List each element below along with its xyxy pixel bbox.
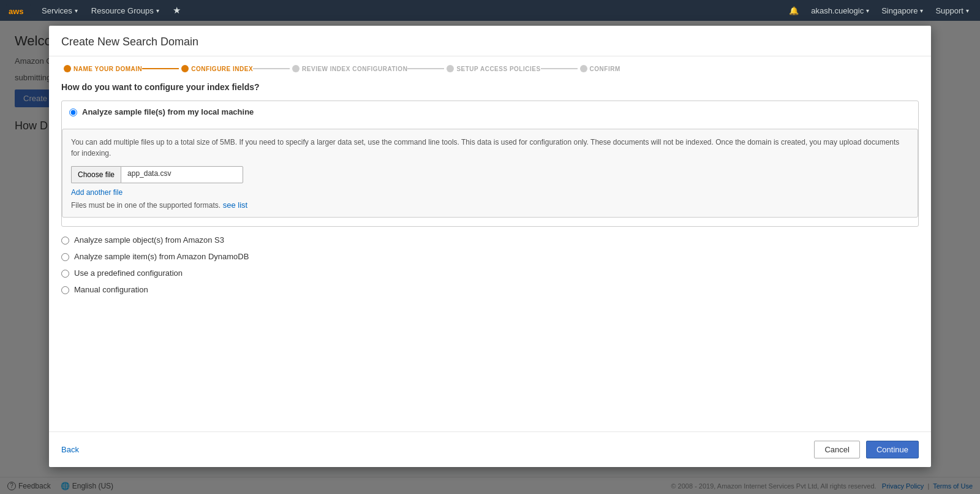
- support-chevron-icon: ▾: [966, 7, 969, 14]
- step-line-2: [253, 68, 290, 69]
- step-3-dot: [292, 65, 300, 72]
- step-4-dot: [447, 65, 454, 72]
- support-menu[interactable]: Support ▾: [930, 0, 974, 21]
- top-nav: aws Services ▾ Resource Groups ▾ ★ 🔔 aka…: [0, 0, 980, 21]
- back-button[interactable]: Back: [61, 445, 79, 454]
- choose-file-button[interactable]: Choose file: [71, 166, 121, 183]
- formats-note: Files must be in one of the supported fo…: [71, 201, 221, 210]
- file-input-row: Choose file app_data.csv: [71, 166, 909, 183]
- option-2-radio[interactable]: [61, 237, 69, 245]
- step-1: NAME YOUR DOMAIN: [61, 65, 142, 72]
- continue-button[interactable]: Continue: [866, 441, 919, 458]
- aws-logo: aws: [6, 4, 28, 17]
- modal-title: Create New Search Domain: [61, 36, 919, 48]
- option-4-label[interactable]: Use a predefined configuration: [74, 268, 183, 278]
- step-line-4: [541, 68, 578, 69]
- resource-groups-menu[interactable]: Resource Groups ▾: [86, 0, 164, 21]
- option-1-row: Analyze sample file(s) from my local mac…: [62, 101, 918, 121]
- footer-right: Cancel Continue: [814, 441, 919, 458]
- step-2-dot: [181, 65, 189, 72]
- region-label: Singapore: [881, 6, 918, 15]
- step-5-label: CONFIRM: [590, 66, 620, 72]
- bell-icon[interactable]: 🔔: [784, 0, 804, 21]
- modal-body: How do you want to configure your index …: [49, 72, 931, 311]
- option-4-row: Use a predefined configuration: [61, 268, 919, 278]
- option-5-row: Manual configuration: [61, 285, 919, 294]
- option-4-radio[interactable]: [61, 270, 69, 278]
- modal-footer: Back Cancel Continue: [49, 431, 931, 467]
- step-2-label: CONFIGURE INDEX: [191, 66, 253, 72]
- user-menu[interactable]: akash.cuelogic ▾: [806, 0, 874, 21]
- panel-description: You can add multiple files up to a total…: [71, 137, 909, 159]
- modal-header: Create New Search Domain: [49, 26, 931, 56]
- section-title: How do you want to configure your index …: [61, 82, 919, 92]
- option-1-label[interactable]: Analyze sample file(s) from my local mac…: [82, 107, 254, 116]
- resource-groups-chevron-icon: ▾: [156, 7, 159, 14]
- step-2: CONFIGURE INDEX: [179, 65, 253, 72]
- nav-right: 🔔 akash.cuelogic ▾ Singapore ▾ Support ▾: [784, 0, 974, 21]
- step-4-label: SETUP ACCESS POLICIES: [456, 66, 540, 72]
- step-line-3: [407, 68, 444, 69]
- add-another-file-link[interactable]: Add another file: [71, 188, 909, 197]
- region-chevron-icon: ▾: [920, 7, 923, 14]
- option-3-label[interactable]: Analyze sample item(s) from Amazon Dynam…: [74, 252, 249, 261]
- option-5-label[interactable]: Manual configuration: [74, 285, 148, 294]
- region-menu[interactable]: Singapore ▾: [876, 0, 928, 21]
- option-1-container: Analyze sample file(s) from my local mac…: [61, 101, 919, 227]
- option-3-radio[interactable]: [61, 253, 69, 261]
- step-3-label: REVIEW INDEX CONFIGURATION: [302, 66, 407, 72]
- cancel-button[interactable]: Cancel: [814, 441, 859, 458]
- option-1-radio[interactable]: [69, 108, 77, 116]
- step-1-dot: [64, 65, 71, 72]
- step-3: REVIEW INDEX CONFIGURATION: [290, 65, 407, 72]
- option-2-row: Analyze sample object(s) from Amazon S3: [61, 235, 919, 245]
- support-label: Support: [935, 6, 963, 15]
- see-list-link[interactable]: see list: [223, 200, 247, 210]
- favorites-icon[interactable]: ★: [168, 0, 186, 21]
- services-chevron-icon: ▾: [75, 7, 78, 14]
- services-menu[interactable]: Services ▾: [37, 0, 83, 21]
- services-label: Services: [42, 6, 72, 15]
- svg-text:aws: aws: [9, 7, 24, 16]
- user-chevron-icon: ▾: [866, 7, 869, 14]
- step-5-dot: [580, 65, 587, 72]
- resource-groups-label: Resource Groups: [91, 6, 154, 15]
- step-line-1: [142, 68, 179, 69]
- step-5: CONFIRM: [578, 65, 620, 72]
- option-2-label[interactable]: Analyze sample object(s) from Amazon S3: [74, 235, 224, 245]
- option-5-radio[interactable]: [61, 286, 69, 294]
- modal: Create New Search Domain NAME YOUR DOMAI…: [49, 26, 931, 467]
- wizard-steps: NAME YOUR DOMAIN CONFIGURE INDEX REVIEW …: [49, 56, 931, 72]
- file-name-display: app_data.csv: [121, 166, 243, 183]
- user-name: akash.cuelogic: [811, 6, 864, 15]
- step-4: SETUP ACCESS POLICIES: [444, 65, 540, 72]
- page-background: Welcome Amazon C submitting Create How D…: [0, 21, 980, 494]
- option-3-row: Analyze sample item(s) from Amazon Dynam…: [61, 252, 919, 261]
- step-1-label: NAME YOUR DOMAIN: [74, 66, 142, 72]
- option-1-panel: You can add multiple files up to a total…: [62, 129, 918, 218]
